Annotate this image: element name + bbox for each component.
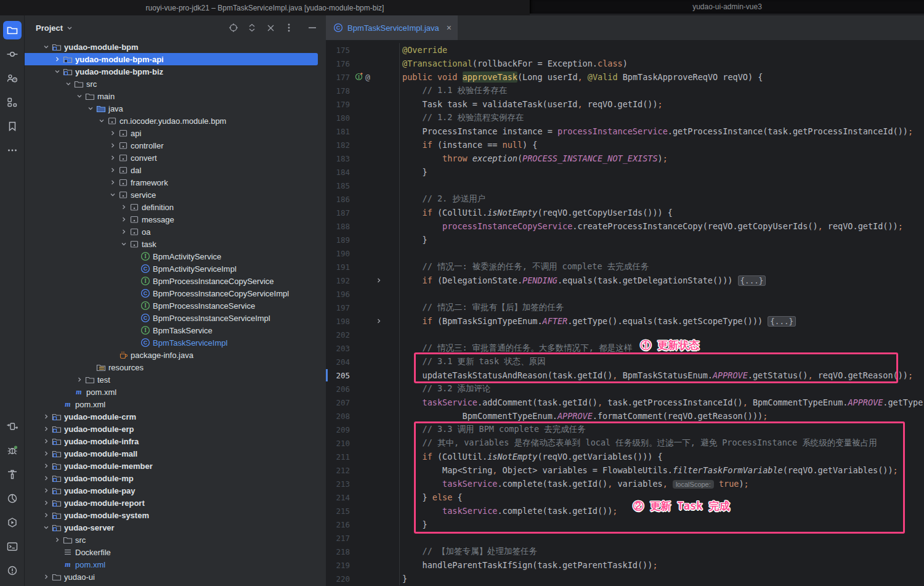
line-number[interactable]: 180 <box>326 113 350 123</box>
line-number[interactable]: 209 <box>326 425 350 434</box>
code-line[interactable]: 208BpmCommentTypeEnum.APPROVE.formatComm… <box>326 409 924 423</box>
line-number[interactable]: 181 <box>326 127 350 136</box>
line-number[interactable]: 184 <box>326 168 350 177</box>
code-line[interactable]: 182if (instance == null) { <box>326 138 924 152</box>
line-number[interactable]: 218 <box>326 547 350 556</box>
line-number[interactable]: 212 <box>326 466 350 475</box>
folded-block[interactable]: {...} <box>768 316 796 327</box>
tree-item[interactable]: oa <box>25 226 326 238</box>
profiler-icon[interactable] <box>3 489 22 508</box>
line-number[interactable]: 220 <box>326 574 350 584</box>
tree-item[interactable]: mpom.xml <box>25 398 326 410</box>
code-line[interactable]: 213taskService.complete(task.getId(), va… <box>326 477 924 490</box>
line-number[interactable]: 189 <box>326 235 350 245</box>
line-number[interactable]: 213 <box>326 479 350 489</box>
line-number[interactable]: 206 <box>326 385 350 394</box>
tree-item[interactable]: Dockerfile <box>25 546 326 558</box>
line-number[interactable]: 177 <box>326 73 350 82</box>
code-line[interactable]: 212Map<String, Object> variables = Flowa… <box>326 463 924 477</box>
code-line[interactable]: 203// 情况三: 审批普通的任务。大多数情况下, 都是这样 <box>326 341 924 355</box>
line-number[interactable]: 182 <box>326 140 350 150</box>
hide-panel-icon[interactable] <box>305 20 320 35</box>
tree-item[interactable]: cn.iocoder.yudao.module.bpm <box>25 115 326 127</box>
chevron-collapsed-icon[interactable] <box>41 412 52 421</box>
code-line[interactable]: 178// 1.1 校验任务存在 <box>326 84 924 97</box>
fold-arrow-icon[interactable] <box>376 318 382 324</box>
tree-item[interactable]: yudao-module-pay <box>25 484 326 497</box>
line-number[interactable]: 211 <box>326 452 350 462</box>
line-number[interactable]: 207 <box>326 398 350 407</box>
close-icon[interactable]: × <box>447 23 452 32</box>
line-number[interactable]: 183 <box>326 154 350 163</box>
code-line[interactable]: 207taskService.addComment(task.getId(), … <box>326 396 924 409</box>
chevron-collapsed-icon[interactable] <box>107 177 118 187</box>
tree-item[interactable]: definition <box>25 201 326 213</box>
line-number[interactable]: 215 <box>326 507 350 516</box>
tree-item[interactable]: java <box>25 102 326 115</box>
line-number[interactable]: 203 <box>326 344 350 353</box>
line-number[interactable]: 179 <box>326 100 350 109</box>
tree-item[interactable]: service <box>25 189 326 201</box>
chevron-collapsed-icon[interactable] <box>107 128 118 138</box>
line-number[interactable]: 175 <box>326 46 350 55</box>
build-icon[interactable] <box>3 465 22 484</box>
chevron-collapsed-icon[interactable] <box>41 436 52 446</box>
line-number[interactable]: 190 <box>326 249 350 258</box>
line-number[interactable]: 216 <box>326 520 350 529</box>
project-panel-title[interactable]: Project <box>36 23 63 33</box>
code-line[interactable]: 184} <box>326 165 924 179</box>
tree-item[interactable]: yudao-module-system <box>25 509 326 521</box>
tree-item[interactable]: IBpmProcessInstanceService <box>25 299 326 312</box>
tree-item[interactable]: yudao-module-bpm-api <box>25 53 318 65</box>
code-line[interactable]: 211if (CollUtil.isNotEmpty(reqVO.getVari… <box>326 450 924 463</box>
tree-item[interactable]: yudao-module-bpm <box>25 41 326 53</box>
line-number[interactable]: 191 <box>326 262 350 272</box>
debug-icon[interactable] <box>3 441 22 460</box>
line-number[interactable]: 178 <box>326 86 350 96</box>
locate-icon[interactable] <box>226 20 241 35</box>
line-number[interactable]: 176 <box>326 59 350 68</box>
code-line[interactable]: 218// 【加签专属】处理加签任务 <box>326 545 924 558</box>
code-line[interactable]: 175@Override <box>326 43 924 57</box>
tree-item[interactable]: mpom.xml <box>25 558 326 571</box>
code-line[interactable]: 183throw exception(PROCESS_INSTANCE_NOT_… <box>326 152 924 165</box>
tree-item[interactable]: main <box>25 90 326 102</box>
line-number[interactable]: 219 <box>326 561 350 570</box>
tree-item[interactable]: yudao-module-report <box>25 497 326 509</box>
code-line[interactable]: 204// 3.1 更新 task 状态、原因 <box>326 355 924 368</box>
tree-item[interactable]: yudao-server <box>25 521 326 534</box>
chevron-collapsed-icon[interactable] <box>41 424 52 434</box>
code-line[interactable]: 192if (DelegationState.PENDING.equals(ta… <box>326 274 924 287</box>
chevron-expanded-icon[interactable] <box>63 79 74 89</box>
chevron-expanded-icon[interactable] <box>107 190 118 200</box>
tree-item[interactable]: resources <box>25 361 326 373</box>
background-window-title[interactable]: yudao-ui-admin-vue3 <box>530 0 924 14</box>
code-line[interactable]: 177I@public void approveTask(Long userId… <box>326 70 924 84</box>
project-folder-icon[interactable] <box>3 21 22 39</box>
tree-item[interactable]: yudao-module-member <box>25 460 326 472</box>
code-line[interactable]: 215taskService.complete(task.getId()); <box>326 504 924 518</box>
tree-item[interactable]: yudao-module-mall <box>25 447 326 460</box>
implements-icon[interactable]: I <box>355 72 363 83</box>
tree-item[interactable]: message <box>25 213 326 226</box>
code-line[interactable]: 179Task task = validateTask(userId, reqV… <box>326 97 924 111</box>
code-line[interactable]: 198if (BpmTaskSignTypeEnum.AFTER.getType… <box>326 314 924 328</box>
chevron-collapsed-icon[interactable] <box>41 486 52 495</box>
tree-item[interactable]: mpom.xml <box>25 386 326 398</box>
code-line[interactable]: 188processInstanceCopyService.createProc… <box>326 219 924 233</box>
tree-item[interactable]: yudao-module-bpm-biz <box>25 65 326 78</box>
chevron-collapsed-icon[interactable] <box>118 214 129 224</box>
code-line[interactable]: 185 <box>326 179 924 192</box>
chevron-collapsed-icon[interactable] <box>52 54 63 64</box>
line-number[interactable]: 210 <box>326 439 350 448</box>
chevron-expanded-icon[interactable] <box>52 67 63 76</box>
chevron-collapsed-icon[interactable] <box>41 510 52 520</box>
code-line[interactable]: 209// 3.3 调用 BPM complete 去完成任务 <box>326 423 924 436</box>
chevron-collapsed-icon[interactable] <box>41 498 52 508</box>
chevron-collapsed-icon[interactable] <box>118 227 129 237</box>
chevron-expanded-icon[interactable] <box>96 116 107 126</box>
tree-item[interactable]: yudao-ui <box>25 571 326 583</box>
chevron-collapsed-icon[interactable] <box>41 449 52 458</box>
code-line[interactable]: 191// 情况一: 被委派的任务, 不调用 complete 去完成任务 <box>326 260 924 274</box>
tree-item[interactable]: IBpmTaskService <box>25 324 326 336</box>
